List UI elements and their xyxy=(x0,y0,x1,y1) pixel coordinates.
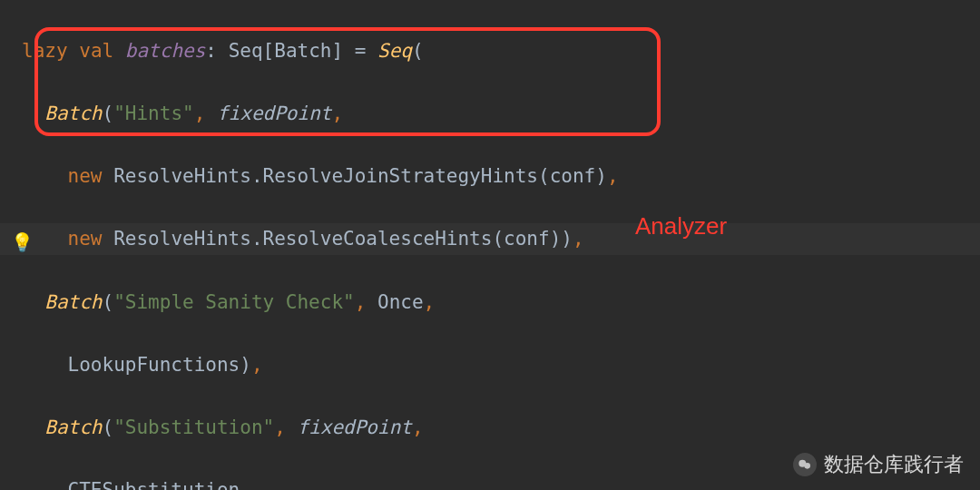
comma: , xyxy=(355,291,367,313)
type-seq: Seq xyxy=(229,40,263,62)
comma: , xyxy=(424,291,436,313)
colon: : xyxy=(205,40,228,62)
rule-lookup: LookupFunctions xyxy=(68,354,240,376)
svg-point-1 xyxy=(804,463,810,469)
keyword-val: val xyxy=(79,40,113,62)
wechat-icon xyxy=(793,453,817,476)
class-rjsh: ResolveJoinStrategyHints xyxy=(263,165,538,187)
comma: , xyxy=(573,228,584,250)
watermark-text: 数据仓库践行者 xyxy=(824,448,964,481)
call-batch: Batch xyxy=(44,416,102,438)
lparen: ( xyxy=(412,40,424,62)
watermark: 数据仓库践行者 xyxy=(793,448,964,481)
comma: , xyxy=(607,165,619,187)
keyword-new: new xyxy=(68,228,103,250)
arg-fixedpoint: fixedPoint xyxy=(217,103,331,124)
code-block[interactable]: lazy val batches: Seq[Batch] = Seq( Batc… xyxy=(22,4,980,490)
rule-cte: CTESubstitution xyxy=(68,479,240,490)
code-editor[interactable]: 💡 Analyzer lazy val batches: Seq[Batch] … xyxy=(0,0,980,490)
annotation-label: Analyzer xyxy=(635,207,727,246)
str-hints: "Hints" xyxy=(113,103,194,124)
call-batch: Batch xyxy=(44,291,102,313)
dot: . xyxy=(251,228,263,250)
arg-once: Once xyxy=(377,291,424,313)
dot: . xyxy=(251,165,263,187)
arg-conf: conf xyxy=(504,228,550,250)
comma: , xyxy=(194,103,206,124)
qual-resolvehints: ResolveHints xyxy=(113,165,251,187)
comma: , xyxy=(412,416,424,438)
eq: = xyxy=(355,40,367,62)
call-seq: Seq xyxy=(377,40,412,62)
arg-conf: conf xyxy=(550,165,596,187)
qual-resolvehints: ResolveHints xyxy=(113,228,251,250)
comma: , xyxy=(251,354,263,376)
keyword-new: new xyxy=(68,165,103,187)
str-simple: "Simple Sanity Check" xyxy=(113,291,355,313)
call-batch: Batch xyxy=(44,103,102,124)
val-name: batches xyxy=(125,40,206,62)
str-substitution: "Substitution" xyxy=(113,416,274,438)
comma: , xyxy=(240,479,251,490)
type-batch: Batch xyxy=(274,40,331,62)
comma: , xyxy=(331,103,343,124)
intention-bulb-icon[interactable]: 💡 xyxy=(11,228,34,258)
comma: , xyxy=(274,416,286,438)
class-rch: ResolveCoalesceHints xyxy=(263,228,493,250)
keyword-lazy: lazy xyxy=(22,40,68,62)
arg-fixedpoint: fixedPoint xyxy=(298,416,412,438)
